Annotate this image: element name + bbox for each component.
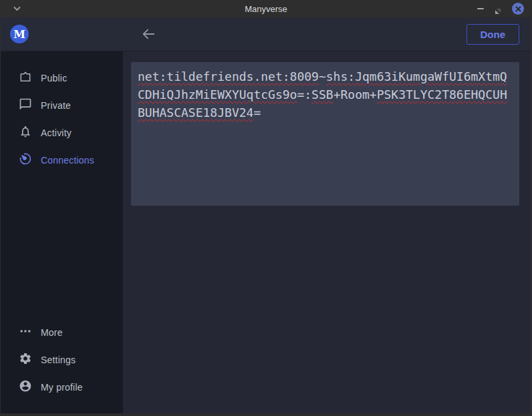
screen-header: Done (123, 17, 531, 51)
sidebar-item-label: Private (41, 100, 71, 111)
invite-code-segment: = (253, 106, 261, 120)
sidebar-nav-top: Public Private Activity (1, 51, 123, 174)
invite-code-segment: ~ (319, 69, 326, 83)
sidebar-item-label: Settings (41, 355, 76, 365)
sidebar-item-label: Connections (41, 155, 94, 166)
manyverse-logo-icon: M (10, 25, 29, 43)
sidebar-item-activity[interactable]: Activity (1, 119, 123, 146)
message-bubble-icon (19, 97, 32, 114)
sidebar-item-label: More (41, 327, 63, 338)
sidebar-item-more[interactable]: More (1, 319, 123, 346)
invite-screen-content: net:tildefriends.net:8009~shs:Jqm63iKumg… (123, 51, 531, 413)
sidebar-item-label: My profile (41, 382, 83, 393)
sidebar-item-public[interactable]: Public (1, 64, 123, 91)
ellipsis-icon (19, 325, 32, 341)
logo-strip: M (1, 17, 123, 51)
sidebar-item-connections[interactable]: Connections (1, 146, 123, 174)
sidebar-nav-bottom: More Settings My profile (1, 319, 123, 413)
invite-code-segment: =: (297, 87, 311, 101)
main-panel: Done net:tildefriends.net:8009~shs:Jqm63… (123, 17, 531, 413)
invite-code-textarea[interactable]: net:tildefriends.net:8009~shs:Jqm63iKumg… (131, 62, 519, 206)
close-icon[interactable] (512, 3, 524, 15)
sidebar-item-label: Activity (41, 128, 72, 138)
sidebar: M Public Private (1, 17, 123, 413)
app-body: M Public Private (0, 17, 532, 413)
window-title: Manyverse (0, 4, 532, 14)
sidebar-item-private[interactable]: Private (1, 91, 123, 119)
done-button[interactable]: Done (467, 24, 520, 45)
sidebar-item-settings[interactable]: Settings (1, 346, 123, 373)
account-circle-icon (19, 379, 32, 395)
invite-code-segment: net:tildefriends.net:8009 (138, 69, 319, 83)
window-bottom-border (0, 413, 532, 416)
minimize-icon[interactable] (477, 8, 484, 9)
back-arrow-icon[interactable] (141, 27, 156, 41)
invite-code-segment: SSB (311, 87, 334, 101)
manyverse-window: Manyverse M (0, 0, 532, 416)
sidebar-item-my-profile[interactable]: My profile (1, 373, 123, 401)
titlebar: Manyverse (0, 0, 532, 17)
invite-code-segment: +Room+ (334, 87, 377, 101)
bulletin-board-icon (19, 70, 32, 86)
restore-icon[interactable] (495, 5, 501, 12)
sidebar-item-label: Public (41, 73, 67, 83)
connections-dial-icon (19, 152, 32, 168)
bell-icon (19, 125, 32, 141)
gear-icon (19, 352, 32, 368)
chevron-down-icon[interactable] (13, 6, 21, 11)
window-controls (477, 3, 532, 15)
